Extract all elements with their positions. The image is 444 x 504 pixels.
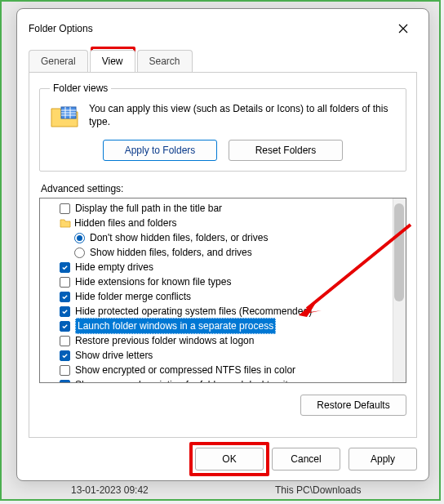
- option-hide-os-files[interactable]: Hide protected operating system files (R…: [45, 304, 388, 319]
- reset-folders-button[interactable]: Reset Folders: [229, 140, 343, 161]
- apply-button[interactable]: Apply: [349, 448, 417, 471]
- tab-general[interactable]: General: [29, 50, 88, 72]
- checkbox-checked-icon: [60, 292, 70, 302]
- ok-button[interactable]: OK: [195, 448, 264, 471]
- option-hide-extensions[interactable]: Hide extensions for known file types: [45, 274, 388, 289]
- close-icon: [398, 24, 408, 33]
- checkbox-checked-icon: [60, 350, 70, 361]
- radio-icon: [74, 233, 85, 243]
- checkbox-icon: [60, 365, 70, 376]
- folder-views-group: Folder views You can apply this view (su…: [39, 83, 406, 172]
- scrollbar[interactable]: [393, 198, 406, 382]
- apply-to-folders-button[interactable]: Apply to Folders: [103, 140, 217, 161]
- tab-search[interactable]: Search: [137, 50, 193, 72]
- option-launch-separate-process[interactable]: Launch folder windows in a separate proc…: [45, 319, 388, 333]
- advanced-settings-tree[interactable]: Display the full path in the title bar H…: [39, 198, 406, 383]
- tab-panel-view: Folder views You can apply this view (su…: [29, 72, 417, 438]
- group-hidden-files[interactable]: Hidden files and folders: [45, 216, 388, 230]
- cancel-button[interactable]: Cancel: [272, 448, 340, 471]
- tab-view[interactable]: View: [90, 50, 135, 72]
- scrollbar-thumb[interactable]: [394, 203, 404, 301]
- option-full-path[interactable]: Display the full path in the title bar: [45, 201, 388, 216]
- folder-icon: [50, 102, 79, 132]
- checkbox-icon: [60, 336, 70, 346]
- checkbox-checked-icon: [60, 380, 70, 384]
- option-show-encrypted-color[interactable]: Show encrypted or compressed NTFS files …: [45, 363, 388, 377]
- folder-views-description: You can apply this view (such as Details…: [89, 102, 396, 128]
- option-hide-empty-drives[interactable]: Hide empty drives: [45, 260, 388, 274]
- status-date: 13-01-2023 09:42: [71, 484, 275, 496]
- option-dont-show-hidden[interactable]: Don't show hidden files, folders, or dri…: [45, 230, 388, 245]
- checkbox-checked-icon: [60, 262, 70, 273]
- folder-options-dialog: Folder Options General View Search Folde…: [16, 8, 429, 481]
- dialog-title: Folder Options: [29, 23, 389, 34]
- checkbox-icon: [60, 277, 70, 288]
- restore-defaults-button[interactable]: Restore Defaults: [300, 395, 406, 416]
- checkbox-icon: [60, 203, 70, 214]
- checkbox-checked-icon: [60, 321, 70, 332]
- option-show-popup-description[interactable]: Show pop-up description for folder and d…: [45, 377, 388, 383]
- option-hide-merge-conflicts[interactable]: Hide folder merge conflicts: [45, 289, 388, 304]
- folder-views-legend: Folder views: [50, 83, 111, 94]
- status-path: This PC\Downloads: [275, 484, 423, 496]
- option-show-hidden[interactable]: Show hidden files, folders, and drives: [45, 245, 388, 260]
- checkbox-checked-icon: [60, 306, 70, 317]
- option-show-drive-letters[interactable]: Show drive letters: [45, 348, 388, 363]
- option-restore-previous[interactable]: Restore previous folder windows at logon: [45, 333, 388, 348]
- advanced-settings-label: Advanced settings:: [41, 183, 406, 194]
- close-button[interactable]: [389, 17, 417, 40]
- folder-icon: [60, 218, 71, 228]
- radio-icon: [74, 248, 85, 258]
